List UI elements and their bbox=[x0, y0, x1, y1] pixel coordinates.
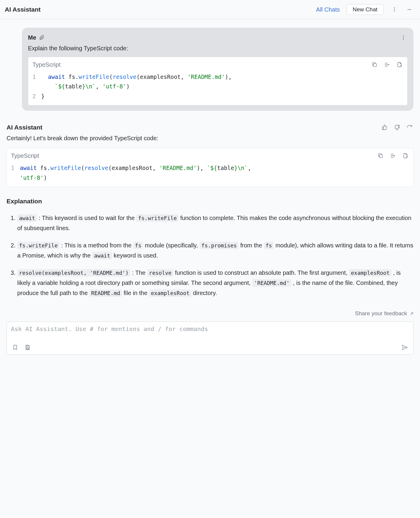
svg-point-2 bbox=[394, 11, 395, 12]
composer bbox=[7, 322, 413, 355]
copy-icon[interactable] bbox=[371, 61, 378, 68]
assistant-code-body: 1 await fs.writeFile(resolve(examplesRoo… bbox=[7, 162, 413, 187]
inline-code: await bbox=[17, 214, 37, 222]
explanation-item: resolve(examplesRoot, 'README.md') : The… bbox=[17, 268, 413, 298]
inline-code: fs bbox=[133, 242, 143, 249]
all-chats-link[interactable]: All Chats bbox=[316, 5, 340, 14]
inline-code: 'README.md' bbox=[252, 279, 291, 287]
assistant-header: AI Assistant bbox=[7, 123, 413, 132]
chat-input[interactable] bbox=[11, 325, 409, 340]
inline-code: README.md bbox=[89, 289, 122, 297]
line-number bbox=[32, 82, 36, 91]
new-chat-button[interactable]: New Chat bbox=[347, 4, 384, 15]
code-line: } bbox=[41, 91, 403, 101]
line-number: 1 bbox=[11, 163, 14, 173]
new-file-icon[interactable] bbox=[402, 152, 409, 159]
code-line: await fs.writeFile(resolve(examplesRoot,… bbox=[20, 163, 409, 173]
inline-code: fs.writeFile bbox=[17, 242, 59, 249]
line-number bbox=[11, 173, 14, 182]
thumbs-down-icon[interactable] bbox=[393, 124, 401, 131]
user-label: Me bbox=[28, 33, 45, 42]
explanation-item: await : This keyword is used to wait for… bbox=[17, 213, 413, 233]
user-code-block: TypeScript 1 await fs.writeFile(resolve(… bbox=[28, 57, 408, 105]
inline-code: resolve(examplesRoot, 'README.md') bbox=[17, 269, 130, 277]
svg-rect-9 bbox=[27, 348, 29, 349]
svg-rect-7 bbox=[374, 64, 377, 67]
external-link-icon: ↗ bbox=[408, 311, 413, 316]
svg-point-4 bbox=[403, 35, 404, 36]
inline-code: resolve bbox=[147, 269, 173, 277]
thumbs-up-icon[interactable] bbox=[381, 124, 388, 131]
message-more-icon[interactable] bbox=[399, 33, 408, 42]
svg-rect-8 bbox=[380, 155, 383, 158]
footer: Share your feedback ↗ bbox=[0, 305, 420, 360]
code-line: 'utf-8') bbox=[20, 173, 409, 182]
user-name: Me bbox=[28, 33, 36, 42]
svg-point-1 bbox=[394, 9, 395, 10]
line-number: 2 bbox=[32, 91, 36, 101]
explanation-heading: Explanation bbox=[7, 196, 413, 206]
new-file-icon[interactable] bbox=[396, 61, 403, 68]
code-line: await fs.writeFile(resolve(examplesRoot,… bbox=[41, 72, 403, 82]
insert-at-caret-icon[interactable] bbox=[383, 61, 391, 68]
save-icon[interactable] bbox=[23, 343, 32, 352]
assistant-code-block: TypeScript 1 await fs.writeFile(resolve(… bbox=[7, 148, 413, 187]
svg-point-0 bbox=[394, 7, 395, 8]
code-language-label: TypeScript bbox=[32, 60, 60, 69]
inline-code: fs.writeFile bbox=[136, 214, 178, 222]
header-actions: All Chats New Chat bbox=[316, 4, 413, 15]
more-icon[interactable] bbox=[390, 5, 399, 14]
inline-code: await bbox=[92, 252, 112, 259]
svg-point-5 bbox=[403, 37, 404, 38]
inline-code: fs.promises bbox=[200, 242, 239, 249]
explanation-item: fs.writeFile : This is a method from the… bbox=[17, 240, 413, 260]
attachment-icon[interactable] bbox=[39, 35, 45, 40]
code-language-label: TypeScript bbox=[11, 151, 39, 160]
app-title: AI Assistant bbox=[5, 5, 41, 14]
user-code-body: 1 await fs.writeFile(resolve(examplesRoo… bbox=[28, 71, 407, 105]
inline-code: examplesRoot bbox=[349, 269, 391, 277]
chat-body: Me Explain the following TypeScript code… bbox=[0, 19, 420, 298]
copy-icon[interactable] bbox=[377, 152, 384, 159]
bookmark-icon[interactable] bbox=[11, 343, 19, 352]
regenerate-icon[interactable] bbox=[406, 124, 413, 131]
app-header: AI Assistant All Chats New Chat bbox=[0, 0, 420, 19]
share-feedback-link[interactable]: Share your feedback ↗ bbox=[355, 310, 413, 316]
minimize-icon[interactable] bbox=[405, 5, 413, 14]
assistant-label: AI Assistant bbox=[7, 123, 43, 132]
code-line: `${table}\n`, 'utf-8') bbox=[41, 82, 403, 91]
line-number: 1 bbox=[32, 72, 36, 82]
user-message: Me Explain the following TypeScript code… bbox=[22, 28, 413, 111]
svg-point-6 bbox=[403, 39, 404, 40]
insert-at-caret-icon[interactable] bbox=[389, 152, 397, 159]
inline-code: examplesRoot bbox=[149, 289, 191, 297]
inline-code: fs bbox=[264, 242, 274, 249]
send-icon[interactable] bbox=[401, 343, 409, 352]
user-message-text: Explain the following TypeScript code: bbox=[28, 44, 408, 53]
explanation-list: await : This keyword is used to wait for… bbox=[7, 213, 413, 298]
assistant-intro: Certainly! Let's break down the provided… bbox=[7, 134, 413, 143]
